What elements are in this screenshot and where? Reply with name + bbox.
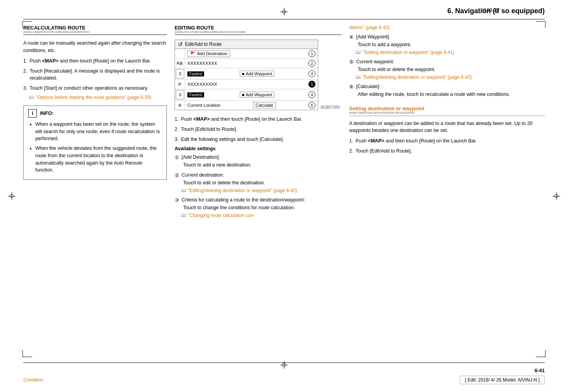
diagram-row-calc: A Current Location Calculate 6 [175, 101, 318, 110]
edit-step-1: 1. Push <MAP> and then touch [Route] on … [175, 116, 341, 123]
ref-icon-3: 📖 [181, 213, 186, 218]
setting-5: ⑤ Current waypoint: Touch to edit or del… [349, 59, 545, 80]
col-middle: EDITING ROUTE AIVINJ-POLCFA5674-26DB-4DB… [175, 25, 341, 222]
route-diagram: ↺ Edit/Add to Route 🚩 Add Destination [175, 40, 318, 110]
diagram-row-wp2: 3 Fastest ■ Add Waypoint 4 [175, 89, 318, 101]
ref-icon-5: 📖 [355, 75, 361, 80]
diagram-row-text1: Aあ XXXXXXXXXX 2 [175, 59, 318, 68]
setting-2-ref: 📖 "Editing/deleting destination or waypo… [181, 188, 341, 193]
top-crosshair [280, 8, 288, 16]
dest-icon-cell [175, 49, 185, 58]
info-item-2: When the vehicle deviates from the sugge… [35, 145, 162, 174]
text2-icon-cell: P [175, 80, 185, 89]
editing-route-heading: EDITING ROUTE AIVINJ-POLCFA5674-26DB-4DB… [175, 25, 341, 35]
diagram-label: SGB0738X [320, 105, 340, 109]
corner-tr-h [536, 21, 545, 22]
fastest-badge-1: Fastest [187, 71, 204, 76]
available-settings-label: Available settings [175, 146, 341, 151]
setting-6: ⑥ [Calculate]: After editing the route, … [349, 84, 545, 98]
recalculating-body: A route can be manually searched again a… [23, 40, 167, 54]
corner-tl-v [23, 21, 23, 28]
calc-btn[interactable]: Calculate [253, 102, 276, 108]
ditions-ref: ditions" (page 6-42) [349, 25, 545, 30]
corner-br-v [545, 350, 545, 357]
corner-tr-v [545, 21, 545, 28]
setting-3: ③ Criteria for calculating a route to th… [175, 197, 341, 218]
dest-step-2: 2. Touch [Edit/Add to Route]. [349, 147, 545, 155]
page-footer: Condition: [ Edit: 2018/ 4/ 26 Model: AI… [0, 376, 568, 384]
setting-2: ② Current destination: Touch to edit or … [175, 172, 341, 193]
info-box-header: i INFO: [28, 109, 162, 118]
recalculating-steps: 1. Push <MAP> and then touch [Route] on … [23, 57, 167, 92]
recalc-ref-link: 📖 "Options before starting the route gui… [29, 95, 167, 100]
recalc-step-3: 3. Touch [Start] or conduct other operat… [23, 85, 167, 92]
ref-icon-2: 📖 [181, 188, 186, 193]
badge-4a: 4 [308, 70, 315, 77]
text2-content: XXXXXXXXXX 5 [185, 80, 318, 89]
route-diagram-wrapper: ↺ Edit/Add to Route 🚩 Add Destination [175, 40, 341, 110]
setting-6-header: ⑥ [Calculate]: [349, 84, 545, 90]
recalc-step-2: 2. Touch [Recalculate]. A message is dis… [23, 68, 167, 82]
setting-dest-body: A destination or waypoint can be added t… [349, 120, 545, 135]
corner-br-h [536, 357, 545, 357]
text1-content: XXXXXXXXXX 2 [185, 59, 318, 68]
ditions-link: ditions" (page 6-42) [349, 25, 545, 30]
setting-1-body: Touch to add a new destination. [183, 161, 341, 169]
fastest-badge-2: Fastest [187, 92, 204, 97]
badge-5: 5 [308, 81, 315, 88]
recalc-step-1: 1. Push <MAP> and then touch [Route] on … [23, 57, 167, 65]
right-crosshair [552, 192, 560, 200]
wp1-content: Fastest ■ Add Waypoint 4 [185, 69, 318, 78]
back-icon: ↺ [178, 41, 183, 47]
col-left: RECALCULATING ROUTE AIVINJ-338AFE3G-F4FD… [23, 25, 167, 222]
calc-icon-cell: A [175, 101, 185, 110]
add-wp-btn-2[interactable]: ■ Add Waypoint [240, 92, 275, 98]
editing-steps: 1. Push <MAP> and then touch [Route] on … [175, 116, 341, 143]
diagram-row-dest: 🚩 Add Destination 1 [175, 49, 318, 59]
info-list: When a waypoint has been set on the rout… [28, 121, 162, 174]
content-area: RECALCULATING ROUTE AIVINJ-338AFE3G-F4FD… [23, 25, 545, 222]
recalculating-route-heading: RECALCULATING ROUTE AIVINJ-338AFE3G-F4FD… [23, 25, 167, 35]
diagram-row-text2: P XXXXXXXXXX 5 [175, 80, 318, 89]
setting-6-body: After editing the route, touch to recalc… [358, 91, 545, 98]
corner-bl-v [23, 350, 23, 357]
setting-dest-heading: Setting destination or waypoint AIVINJ-0… [349, 106, 545, 116]
ref-icon-4: 📖 [355, 50, 361, 55]
setting-2-header: ② Current destination: [175, 172, 341, 178]
badge-6: 6 [308, 102, 315, 109]
edit-step-3: 3. Edit the following settings and touch… [175, 136, 341, 143]
text1-icon-cell: Aあ [175, 59, 185, 68]
wp1-icon-cell: 3 [176, 69, 184, 78]
dest-step-1: 1. Push <MAP> and then touch [Route] on … [349, 137, 545, 145]
setting-3-body: Touch to change the conditions for route… [183, 204, 341, 212]
footer-divider [23, 363, 545, 363]
diagram-row-wp1: 3 Fastest ■ Add Waypoint 4 [175, 68, 318, 80]
setting-4-body: Touch to add a waypoint. [358, 41, 545, 49]
edit-step-2: 2. Touch [Edit/Add to Route]. [175, 126, 341, 133]
setting-3-ref: 📖 "Changing route calculation con- [181, 213, 341, 218]
setting-4-header: ④ [Add Waypoint]: [349, 34, 545, 40]
wp2-icon-cell: 3 [176, 90, 184, 99]
dest-content: 🚩 Add Destination 1 [185, 49, 318, 58]
footer-right: [ Edit: 2018/ 4/ 26 Model: AIVINJ-N ] [460, 376, 545, 384]
corner-tl-h [23, 21, 32, 22]
bottom-crosshair [280, 361, 288, 369]
setting-1-header: ① [Add Destination]: [175, 154, 341, 160]
add-dest-btn[interactable]: 🚩 Add Destination [187, 50, 230, 57]
header-divider [23, 19, 545, 19]
corner-bl-h [23, 357, 32, 357]
setting-3-header: ③ Criteria for calculating a route to th… [175, 197, 341, 203]
page-number-top: (169,1) [482, 7, 498, 13]
col-right: ditions" (page 6-42) ④ [Add Waypoint]: T… [349, 25, 545, 222]
page-number-bottom: 6-41 [535, 368, 545, 373]
calc-content: Current Location Calculate 6 [185, 101, 318, 110]
footer-left: Condition: [23, 377, 44, 383]
left-crosshair [8, 192, 16, 200]
setting-2-body: Touch to edit or delete the destination. [183, 179, 341, 187]
add-wp-btn-1[interactable]: ■ Add Waypoint [240, 71, 275, 77]
badge-1: 1 [308, 50, 315, 57]
info-box: i INFO: When a waypoint has been set on … [23, 106, 167, 180]
info-icon: i [28, 109, 37, 118]
setting-dest-steps: 1. Push <MAP> and then touch [Route] on … [349, 137, 545, 155]
wp2-content: Fastest ■ Add Waypoint 4 [185, 90, 318, 99]
